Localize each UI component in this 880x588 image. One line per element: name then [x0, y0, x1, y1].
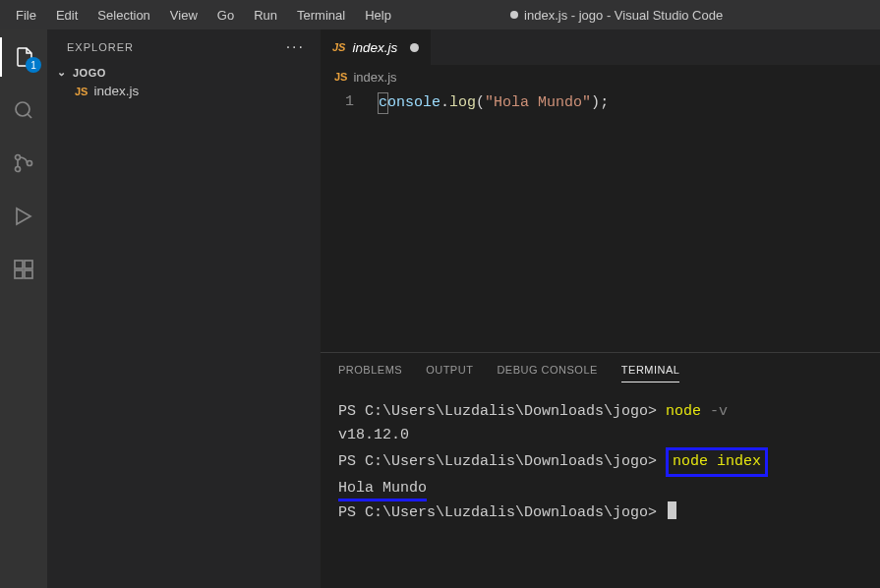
- window-title-text: index.js - jogo - Visual Studio Code: [524, 8, 723, 23]
- panel-tab-output[interactable]: OUTPUT: [426, 358, 473, 382]
- explorer-badge: 1: [26, 57, 41, 73]
- bottom-panel: PROBLEMS OUTPUT DEBUG CONSOLE TERMINAL P…: [321, 352, 880, 588]
- breadcrumb[interactable]: JS index.js: [321, 65, 880, 88]
- window-title: index.js - jogo - Visual Studio Code: [510, 8, 723, 23]
- explorer-icon[interactable]: 1: [0, 37, 47, 77]
- menu-file[interactable]: File: [8, 4, 44, 27]
- run-debug-icon[interactable]: [0, 197, 47, 236]
- sidebar-header: EXPLORER ···: [47, 29, 321, 64]
- terminal-content[interactable]: PS C:\Users\Luzdalis\Downloads\jogo> nod…: [321, 386, 880, 588]
- more-actions-icon[interactable]: ···: [286, 38, 305, 56]
- js-file-icon: JS: [334, 71, 347, 83]
- folder-name: JOGO: [73, 67, 106, 79]
- code-content[interactable]: console.log("Hola Mundo");: [378, 92, 609, 352]
- menu-run[interactable]: Run: [246, 4, 285, 27]
- svg-point-1: [16, 155, 21, 160]
- file-item-index[interactable]: JS index.js: [47, 81, 321, 101]
- source-control-icon[interactable]: [0, 144, 47, 183]
- terminal-line: PS C:\Users\Luzdalis\Downloads\jogo> nod…: [338, 447, 862, 477]
- editor-area: JS index.js JS index.js 1 console.log("H…: [321, 29, 880, 588]
- highlighted-command: node index: [666, 447, 768, 477]
- svg-rect-4: [15, 261, 23, 268]
- menu-view[interactable]: View: [162, 4, 205, 27]
- tab-label: index.js: [352, 40, 397, 55]
- terminal-cursor-icon: [668, 501, 676, 519]
- panel-tab-terminal[interactable]: TERMINAL: [621, 358, 680, 382]
- menu-go[interactable]: Go: [209, 4, 242, 27]
- chevron-down-icon: ⌄: [55, 66, 69, 79]
- menu-edit[interactable]: Edit: [48, 4, 86, 27]
- modified-dot-icon: [510, 11, 518, 19]
- panel-tab-debug-console[interactable]: DEBUG CONSOLE: [497, 358, 597, 382]
- tab-bar: JS index.js: [321, 29, 880, 65]
- code-line-1[interactable]: console.log("Hola Mundo");: [378, 92, 609, 114]
- terminal-line: v18.12.0: [338, 424, 862, 447]
- menu-selection[interactable]: Selection: [89, 4, 157, 27]
- js-file-icon: JS: [332, 41, 345, 53]
- folder-header[interactable]: ⌄ JOGO: [47, 64, 321, 81]
- sidebar: EXPLORER ··· ⌄ JOGO JS index.js: [47, 29, 321, 588]
- breadcrumb-file: index.js: [353, 70, 396, 85]
- svg-point-0: [16, 102, 29, 116]
- svg-rect-6: [25, 270, 32, 278]
- code-editor[interactable]: 1 console.log("Hola Mundo");: [321, 88, 880, 352]
- terminal-line: Hola Mundo: [338, 477, 862, 501]
- menu-terminal[interactable]: Terminal: [289, 4, 353, 27]
- panel-tab-problems[interactable]: PROBLEMS: [338, 358, 402, 382]
- svg-rect-5: [15, 270, 23, 278]
- sidebar-title: EXPLORER: [67, 41, 134, 53]
- tab-index-js[interactable]: JS index.js: [321, 29, 432, 65]
- panel-tabs: PROBLEMS OUTPUT DEBUG CONSOLE TERMINAL: [321, 353, 880, 386]
- extensions-icon[interactable]: [0, 250, 47, 289]
- activitybar: 1: [0, 29, 47, 588]
- terminal-line: PS C:\Users\Luzdalis\Downloads\jogo>: [338, 501, 862, 525]
- gutter: 1: [321, 92, 378, 352]
- search-icon[interactable]: [0, 90, 47, 130]
- menubar: File Edit Selection View Go Run Terminal…: [0, 0, 880, 29]
- terminal-line: PS C:\Users\Luzdalis\Downloads\jogo> nod…: [338, 400, 862, 424]
- js-file-icon: JS: [75, 86, 88, 97]
- file-name: index.js: [93, 84, 139, 98]
- menu-help[interactable]: Help: [357, 4, 399, 27]
- line-number: 1: [321, 92, 354, 112]
- svg-rect-7: [25, 261, 32, 268]
- svg-point-2: [16, 167, 21, 172]
- modified-dot-icon: [410, 43, 419, 52]
- highlighted-output: Hola Mundo: [338, 479, 427, 501]
